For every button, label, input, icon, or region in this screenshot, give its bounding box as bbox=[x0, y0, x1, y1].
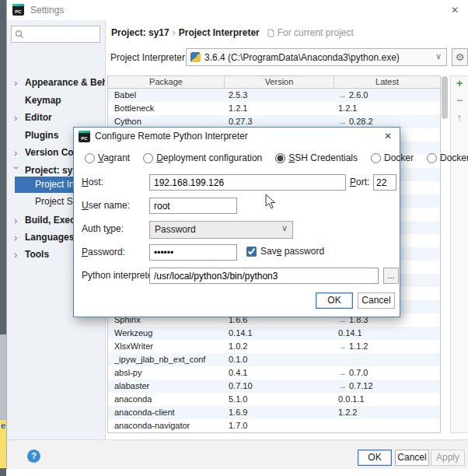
interpreter-type-radios: VagrantDeployment configurationSSH Crede… bbox=[85, 152, 468, 163]
radio-label: Docker bbox=[384, 152, 414, 163]
chevron-collapsed-icon[interactable]: › bbox=[14, 110, 22, 126]
dialog-cancel-button[interactable]: Cancel bbox=[358, 292, 395, 309]
settings-window: PC Settings ✕ ›Appearance & BehaviorKeym… bbox=[6, 0, 468, 469]
package-latest: 1.2.2 bbox=[334, 406, 440, 419]
package-name: alabaster bbox=[108, 380, 224, 393]
package-name: Babel bbox=[108, 89, 224, 102]
settings-apply-button: Apply bbox=[431, 450, 465, 466]
radio-label: Vagrant bbox=[98, 152, 130, 163]
search-icon bbox=[15, 30, 24, 39]
table-scrollbar[interactable] bbox=[442, 76, 448, 119]
username-input[interactable] bbox=[149, 198, 237, 214]
browse-button[interactable]: ... bbox=[383, 268, 399, 284]
chevron-collapsed-icon[interactable]: › bbox=[14, 212, 22, 229]
sidebar-item-label: Editor bbox=[25, 110, 52, 126]
host-label: Host: bbox=[82, 177, 103, 187]
package-name: Werkzeug bbox=[108, 327, 224, 340]
gear-icon[interactable]: ⚙ bbox=[452, 48, 468, 66]
radio-docker[interactable]: Docker bbox=[371, 152, 414, 163]
package-latest: →1.1.2 bbox=[334, 340, 440, 353]
table-row[interactable]: anaconda-navigator1.7.0 bbox=[108, 419, 440, 432]
table-header: Package Version Latest bbox=[107, 75, 441, 89]
close-icon[interactable]: ✕ bbox=[447, 3, 463, 17]
col-package[interactable]: Package bbox=[108, 76, 225, 88]
host-input[interactable] bbox=[149, 174, 346, 191]
auth-type-select[interactable]: Password ∨ bbox=[149, 221, 293, 239]
dialog-title: Configure Remote Python Interpreter bbox=[95, 131, 248, 142]
settings-cancel-button[interactable]: Cancel bbox=[395, 450, 429, 466]
package-version: 1.0.2 bbox=[224, 340, 334, 353]
save-password-checkbox[interactable]: Save password bbox=[246, 246, 324, 257]
auth-type-value: Password bbox=[155, 223, 196, 236]
table-row[interactable]: Babel2.5.3→2.6.0 bbox=[108, 89, 440, 102]
remove-package-icon[interactable]: − bbox=[453, 94, 466, 107]
package-latest bbox=[334, 419, 440, 432]
search-input[interactable] bbox=[11, 26, 100, 43]
context-note: For current project bbox=[278, 27, 354, 38]
dialog-ok-button[interactable]: OK bbox=[316, 292, 353, 309]
save-password-box[interactable] bbox=[246, 247, 257, 257]
upgrade-arrow-icon: → bbox=[338, 381, 347, 390]
radio-input-docker-compose[interactable] bbox=[427, 153, 437, 163]
package-name: anaconda bbox=[108, 393, 224, 406]
radio-deployment-configuration[interactable]: Deployment configuration bbox=[143, 152, 262, 163]
package-latest: →2.6.0 bbox=[334, 89, 440, 102]
col-version[interactable]: Version bbox=[225, 76, 334, 88]
package-latest: 0.0.1.1 bbox=[334, 393, 440, 406]
radio-input-vagrant[interactable] bbox=[85, 153, 95, 163]
upgrade-package-icon[interactable]: ↑ bbox=[453, 111, 466, 124]
sidebar-item-appearance-behavior[interactable]: ›Appearance & Behavior bbox=[7, 75, 106, 91]
package-toolbar bbox=[450, 75, 468, 433]
interpreter-select[interactable]: 3.6.4 (C:\ProgramData\Anaconda3\python.e… bbox=[186, 48, 447, 66]
radio-label: Docker Compose bbox=[440, 152, 468, 163]
sidebar-item-keymap[interactable]: Keymap bbox=[7, 93, 106, 109]
port-input[interactable] bbox=[373, 174, 396, 191]
add-package-icon[interactable]: + bbox=[453, 77, 466, 89]
package-version: 0.7.10 bbox=[224, 380, 334, 393]
table-row[interactable]: Bottleneck1.2.11.2.1 bbox=[108, 102, 440, 115]
table-row[interactable]: anaconda5.1.00.0.1.1 bbox=[108, 393, 440, 406]
breadcrumb-project[interactable]: Project: sy17 bbox=[111, 27, 169, 38]
table-row[interactable]: alabaster0.7.10→0.7.12 bbox=[108, 380, 440, 393]
sidebar-item-editor[interactable]: ›Editor bbox=[7, 110, 106, 126]
radio-label: SSH Credentials bbox=[288, 152, 358, 163]
interpreter-path-input[interactable] bbox=[149, 268, 379, 284]
package-name: absl-py bbox=[108, 366, 224, 380]
pycharm-logo-text: PC bbox=[15, 8, 21, 16]
table-row[interactable]: absl-py0.4.1→0.7.0 bbox=[108, 366, 440, 380]
chevron-down-icon: ∨ bbox=[435, 51, 442, 61]
sidebar-item-label: Keymap bbox=[25, 93, 61, 109]
upgrade-arrow-icon: → bbox=[338, 341, 347, 351]
chevron-collapsed-icon[interactable]: › bbox=[14, 145, 22, 161]
radio-input-ssh-credentials[interactable] bbox=[275, 153, 285, 163]
chevron-expanded-icon[interactable]: › bbox=[9, 166, 25, 173]
chevron-collapsed-icon[interactable]: › bbox=[14, 229, 22, 246]
settings-ok-button[interactable]: OK bbox=[358, 450, 392, 466]
table-row[interactable]: anaconda-client1.6.91.2.2 bbox=[108, 406, 440, 419]
col-latest[interactable]: Latest bbox=[334, 76, 440, 88]
radio-docker-compose[interactable]: Docker Compose bbox=[427, 152, 468, 163]
package-version: 5.1.0 bbox=[224, 393, 334, 406]
upgrade-arrow-icon: → bbox=[338, 117, 347, 126]
chevron-collapsed-icon[interactable]: › bbox=[14, 247, 22, 263]
dialog-close-icon[interactable]: ✕ bbox=[381, 130, 395, 142]
breadcrumb-page: Project Interpreter bbox=[179, 27, 260, 38]
package-version: 1.2.1 bbox=[224, 102, 334, 115]
radio-ssh-credentials[interactable]: SSH Credentials bbox=[275, 152, 358, 163]
package-latest: →0.7.12 bbox=[334, 380, 440, 393]
package-latest: →0.7.0 bbox=[334, 366, 440, 380]
pycharm-logo-text: PC bbox=[81, 135, 87, 142]
window-title: Settings bbox=[30, 5, 64, 16]
help-icon[interactable]: ? bbox=[27, 450, 40, 463]
password-input[interactable] bbox=[149, 244, 237, 261]
radio-input-deployment-configuration[interactable] bbox=[143, 153, 153, 163]
mouse-cursor bbox=[265, 194, 277, 210]
chevron-collapsed-icon[interactable]: › bbox=[14, 75, 22, 91]
page-icon bbox=[267, 28, 274, 40]
table-row[interactable]: _ipyw_jlab_nb_ext_conf0.1.0 bbox=[108, 353, 440, 366]
radio-vagrant[interactable]: Vagrant bbox=[85, 152, 130, 163]
radio-input-docker[interactable] bbox=[371, 153, 381, 163]
table-row[interactable]: XlsxWriter1.0.2→1.1.2 bbox=[108, 340, 440, 353]
package-version: 1.7.0 bbox=[224, 419, 334, 432]
table-row[interactable]: Werkzeug0.14.10.14.1 bbox=[108, 327, 440, 340]
